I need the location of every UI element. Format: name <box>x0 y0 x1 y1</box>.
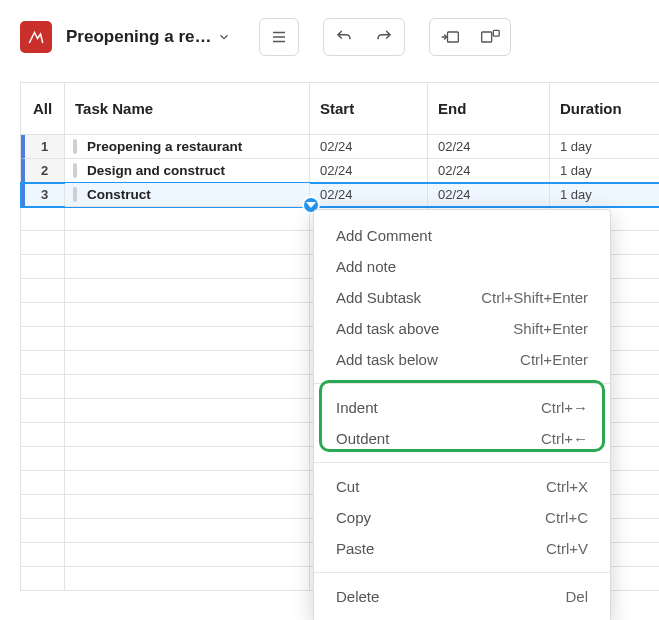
insert-right-icon <box>480 29 500 45</box>
svg-rect-5 <box>482 32 492 42</box>
task-end[interactable]: 02/24 <box>428 135 550 159</box>
menu-label: Outdent <box>336 430 389 447</box>
menu-shortcut: Shift+Enter <box>513 320 588 337</box>
menu-cut[interactable]: Cut Ctrl+X <box>314 471 610 502</box>
table-row[interactable]: 2 Design and construct 02/24 02/24 1 day <box>21 159 659 183</box>
table-row[interactable]: 1 Preopening a restaurant 02/24 02/24 1 … <box>21 135 659 159</box>
header-all[interactable]: All <box>21 83 65 135</box>
menu-shortcut: Ctrl+Enter <box>520 351 588 368</box>
menu-copy[interactable]: Copy Ctrl+C <box>314 502 610 533</box>
menu-indent[interactable]: Indent Ctrl+→ <box>314 392 610 423</box>
top-toolbar: Preopening a re… <box>0 0 659 70</box>
menu-add-task-below[interactable]: Add task below Ctrl+Enter <box>314 344 610 375</box>
svg-rect-6 <box>494 30 500 36</box>
undo-redo-group <box>323 18 405 56</box>
insert-right-button[interactable] <box>470 19 510 55</box>
task-start[interactable]: 02/24 <box>310 135 428 159</box>
task-name[interactable]: Construct <box>65 183 310 207</box>
menu-shortcut: Ctrl+V <box>546 540 588 557</box>
task-start[interactable]: 02/24 <box>310 183 428 207</box>
header-taskname[interactable]: Task Name <box>65 83 310 135</box>
undo-icon <box>335 28 353 46</box>
menu-label: Paste <box>336 540 374 557</box>
project-title-dropdown[interactable]: Preopening a re… <box>62 23 235 51</box>
task-end[interactable]: 02/24 <box>428 183 550 207</box>
menu-label: Indent <box>336 399 378 416</box>
menu-shortcut: Ctrl+C <box>545 509 588 526</box>
redo-button[interactable] <box>364 19 404 55</box>
menu-button[interactable] <box>259 18 299 56</box>
app-logo-button[interactable] <box>20 21 52 53</box>
row-number[interactable]: 3 <box>21 183 65 207</box>
menu-shortcut: Ctrl+X <box>546 478 588 495</box>
chevron-down-icon <box>217 30 231 44</box>
menu-shortcut: Ctrl+← <box>541 430 588 447</box>
project-title-text: Preopening a re… <box>66 27 211 47</box>
header-start[interactable]: Start <box>310 83 428 135</box>
redo-icon <box>375 28 393 46</box>
header-duration[interactable]: Duration <box>550 83 659 135</box>
task-end[interactable]: 02/24 <box>428 159 550 183</box>
task-duration[interactable]: 1 day <box>550 159 659 183</box>
menu-label: Add Subtask <box>336 289 421 306</box>
menu-delete[interactable]: Delete Del <box>314 581 610 612</box>
table-header-row: All Task Name Start End Duration <box>21 83 659 135</box>
menu-separator <box>314 572 610 573</box>
menu-outdent[interactable]: Outdent Ctrl+← <box>314 423 610 454</box>
menu-add-task-above[interactable]: Add task above Shift+Enter <box>314 313 610 344</box>
task-duration[interactable]: 1 day <box>550 183 659 207</box>
menu-separator <box>314 462 610 463</box>
row-number[interactable]: 2 <box>21 159 65 183</box>
menu-label: Add task below <box>336 351 438 368</box>
task-name[interactable]: Design and construct <box>65 159 310 183</box>
menu-label: Delete <box>336 588 379 605</box>
task-duration[interactable]: 1 day <box>550 135 659 159</box>
context-menu: Add Comment Add note Add Subtask Ctrl+Sh… <box>313 209 611 620</box>
task-name[interactable]: Preopening a restaurant <box>65 135 310 159</box>
layout-group <box>429 18 511 56</box>
row-number[interactable]: 1 <box>21 135 65 159</box>
task-start[interactable]: 02/24 <box>310 159 428 183</box>
menu-separator <box>314 383 610 384</box>
undo-button[interactable] <box>324 19 364 55</box>
menu-shortcut: Ctrl+→ <box>541 399 588 416</box>
hamburger-icon <box>270 28 288 46</box>
logo-icon <box>27 28 45 46</box>
menu-label: Add task above <box>336 320 439 337</box>
menu-paste[interactable]: Paste Ctrl+V <box>314 533 610 564</box>
table-row-selected[interactable]: 3 Construct 02/24 02/24 1 day <box>21 183 659 207</box>
menu-add-comment[interactable]: Add Comment <box>314 220 610 251</box>
menu-label: Cut <box>336 478 359 495</box>
menu-add-subtask[interactable]: Add Subtask Ctrl+Shift+Enter <box>314 282 610 313</box>
menu-label: Add Comment <box>336 227 432 244</box>
menu-label: Add note <box>336 258 396 275</box>
menu-label: Copy <box>336 509 371 526</box>
menu-add-note[interactable]: Add note <box>314 251 610 282</box>
insert-left-icon <box>440 29 460 45</box>
menu-shortcut: Ctrl+Shift+Enter <box>481 289 588 306</box>
svg-rect-3 <box>448 32 459 42</box>
header-end[interactable]: End <box>428 83 550 135</box>
insert-left-button[interactable] <box>430 19 470 55</box>
menu-shortcut: Del <box>565 588 588 605</box>
